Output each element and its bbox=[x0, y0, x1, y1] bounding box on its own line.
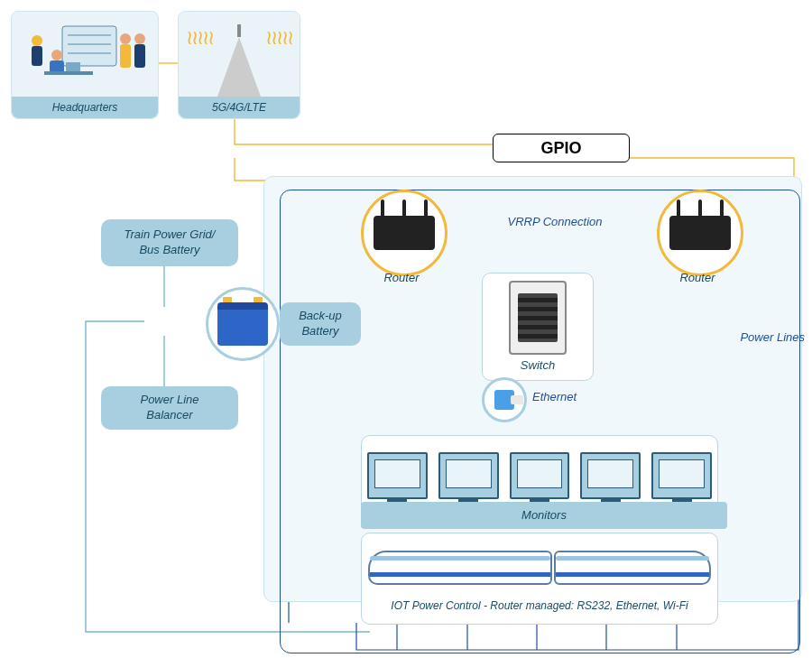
monitor-icon bbox=[438, 452, 499, 499]
gpio-label: GPIO bbox=[540, 139, 581, 158]
svg-point-10 bbox=[120, 33, 131, 44]
cell-box: ≀≀≀≀≀ ≀≀≀≀≀ 5G/4G/LTE bbox=[178, 11, 300, 119]
svg-rect-8 bbox=[44, 71, 93, 75]
svg-rect-9 bbox=[66, 62, 80, 71]
iot-box: IOT Power Control - Router managed: RS23… bbox=[361, 533, 718, 625]
svg-rect-5 bbox=[32, 46, 42, 66]
power-grid-pill: Train Power Grid/ Bus Battery bbox=[101, 219, 238, 266]
router-left-label: Router bbox=[361, 271, 442, 284]
battery-circle bbox=[206, 287, 280, 361]
headquarters-illustration bbox=[17, 15, 152, 91]
cell-tower-icon bbox=[217, 37, 261, 97]
cell-label: 5G/4G/LTE bbox=[179, 97, 300, 118]
router-icon bbox=[374, 216, 435, 250]
iot-caption: IOT Power Control - Router managed: RS23… bbox=[391, 599, 687, 612]
train-icon bbox=[368, 545, 711, 594]
headquarters-box: Headquarters bbox=[11, 11, 159, 119]
svg-rect-7 bbox=[50, 60, 64, 73]
monitor-icon bbox=[367, 452, 428, 499]
svg-point-12 bbox=[134, 33, 145, 44]
svg-rect-0 bbox=[62, 26, 116, 66]
router-right-label: Router bbox=[657, 271, 738, 284]
wave-icon: ≀≀≀≀≀ bbox=[265, 32, 292, 43]
headquarters-label: Headquarters bbox=[12, 97, 158, 118]
power-lines-label: Power Lines bbox=[724, 330, 805, 344]
svg-point-4 bbox=[32, 35, 42, 46]
ethernet-circle bbox=[482, 377, 527, 422]
monitor-icon bbox=[510, 452, 570, 499]
gpio-box: GPIO bbox=[493, 134, 630, 162]
monitor-icon bbox=[580, 452, 641, 499]
svg-point-6 bbox=[51, 50, 62, 60]
monitor-icon bbox=[651, 452, 712, 499]
svg-rect-11 bbox=[120, 44, 131, 68]
wave-icon: ≀≀≀≀≀ bbox=[186, 32, 213, 43]
router-right-circle bbox=[657, 190, 743, 276]
vrrp-label: VRRP Connection bbox=[487, 215, 623, 228]
switch-label: Switch bbox=[521, 358, 555, 372]
router-icon bbox=[669, 216, 731, 250]
router-left-circle bbox=[361, 190, 448, 276]
ethernet-plug-icon bbox=[494, 390, 514, 410]
monitors-label: Monitors bbox=[361, 502, 727, 529]
switch-icon bbox=[509, 281, 567, 355]
svg-rect-13 bbox=[134, 44, 145, 68]
switch-box: Switch bbox=[482, 273, 594, 381]
power-line-balancer-pill: Power Line Balancer bbox=[101, 386, 238, 430]
battery-icon bbox=[217, 302, 268, 346]
ethernet-label: Ethernet bbox=[532, 390, 577, 403]
backup-battery-pill: Back-up Battery bbox=[280, 302, 361, 346]
